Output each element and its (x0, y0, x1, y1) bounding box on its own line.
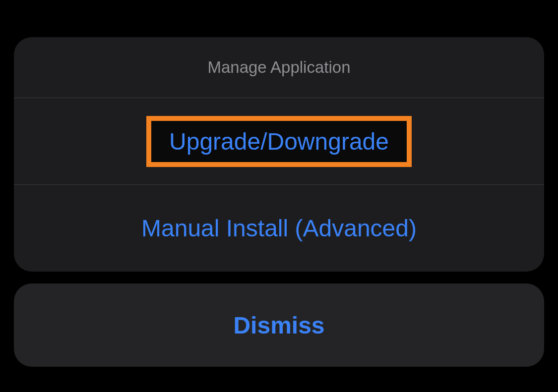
action-sheet: Manage Application Upgrade/Downgrade Man… (14, 37, 544, 272)
dismiss-button[interactable]: Dismiss (14, 283, 544, 367)
manual-install-label: Manual Install (Advanced) (141, 215, 417, 242)
upgrade-downgrade-button[interactable]: Upgrade/Downgrade (14, 98, 544, 185)
highlight-annotation: Upgrade/Downgrade (146, 116, 412, 167)
upgrade-downgrade-label: Upgrade/Downgrade (169, 128, 389, 155)
manual-install-button[interactable]: Manual Install (Advanced) (14, 185, 544, 272)
dismiss-label: Dismiss (233, 312, 324, 339)
sheet-title: Manage Application (14, 37, 544, 98)
